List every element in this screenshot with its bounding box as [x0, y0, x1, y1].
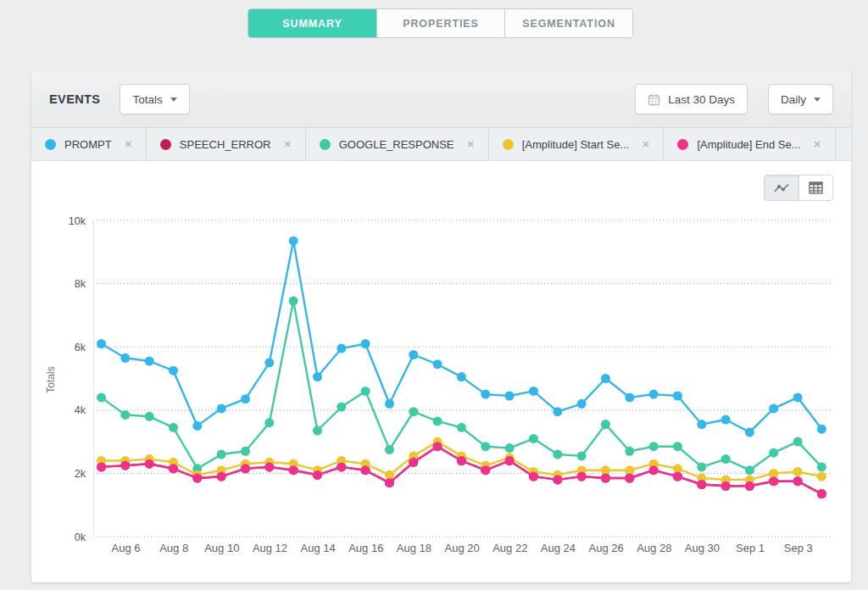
line-view-button[interactable] [765, 175, 798, 200]
tab-summary[interactable]: SUMMARY [248, 9, 376, 37]
data-point-[Amplitude] End Session[interactable] [241, 464, 250, 473]
data-point-GOOGLE_RESPONSE[interactable] [697, 462, 706, 471]
data-point-[Amplitude] End Session[interactable] [745, 481, 754, 491]
data-point-[Amplitude] End Session[interactable] [529, 472, 538, 481]
data-point-PROMPT[interactable] [241, 394, 250, 404]
date-range-button[interactable]: Last 30 Days [635, 84, 748, 114]
table-view-button[interactable] [798, 175, 832, 200]
data-point-PROMPT[interactable] [673, 392, 682, 401]
data-point-[Amplitude] End Session[interactable] [385, 478, 394, 487]
data-point-[Amplitude] End Session[interactable] [289, 465, 298, 475]
data-point-PROMPT[interactable] [217, 404, 226, 413]
data-point-GOOGLE_RESPONSE[interactable] [264, 418, 274, 427]
data-point-PROMPT[interactable] [433, 359, 442, 369]
remove-event-icon[interactable]: ✕ [814, 140, 821, 149]
data-point-[Amplitude] End Session[interactable] [457, 456, 466, 465]
data-point-GOOGLE_RESPONSE[interactable] [793, 437, 803, 447]
data-point-GOOGLE_RESPONSE[interactable] [721, 454, 731, 464]
data-point-GOOGLE_RESPONSE[interactable] [217, 450, 226, 459]
interval-dropdown[interactable]: Daily [768, 84, 833, 114]
data-point-[Amplitude] End Session[interactable] [361, 465, 370, 475]
data-point-GOOGLE_RESPONSE[interactable] [745, 465, 754, 475]
data-point-GOOGLE_RESPONSE[interactable] [505, 443, 515, 453]
data-point-[Amplitude] End Session[interactable] [313, 470, 322, 480]
data-point-GOOGLE_RESPONSE[interactable] [577, 451, 587, 460]
data-point-PROMPT[interactable] [625, 392, 634, 402]
data-point-PROMPT[interactable] [313, 372, 322, 381]
data-point-GOOGLE_RESPONSE[interactable] [553, 450, 562, 459]
data-point-[Amplitude] End Session[interactable] [264, 462, 274, 471]
data-point-GOOGLE_RESPONSE[interactable] [817, 462, 826, 471]
data-point-GOOGLE_RESPONSE[interactable] [481, 442, 490, 451]
data-point-[Amplitude] End Session[interactable] [97, 462, 106, 471]
data-point-[Amplitude] End Session[interactable] [169, 464, 178, 473]
data-point-GOOGLE_RESPONSE[interactable] [433, 416, 442, 426]
data-point-[Amplitude] End Session[interactable] [721, 481, 731, 491]
data-point-PROMPT[interactable] [169, 366, 178, 376]
data-point-PROMPT[interactable] [505, 392, 515, 401]
data-point-PROMPT[interactable] [697, 420, 706, 429]
data-point-PROMPT[interactable] [145, 357, 154, 366]
data-point-[Amplitude] End Session[interactable] [217, 472, 226, 481]
data-point-PROMPT[interactable] [649, 390, 659, 399]
data-point-PROMPT[interactable] [577, 399, 587, 409]
data-point-PROMPT[interactable] [601, 374, 610, 383]
data-point-GOOGLE_RESPONSE[interactable] [120, 410, 130, 420]
data-point-PROMPT[interactable] [793, 392, 803, 402]
event-chip-start-session[interactable]: [Amplitude] Start Se... ✕ [489, 128, 665, 160]
data-point-[Amplitude] Start Session[interactable] [817, 472, 826, 481]
data-point-GOOGLE_RESPONSE[interactable] [169, 423, 178, 432]
data-point-PROMPT[interactable] [769, 404, 778, 413]
data-point-GOOGLE_RESPONSE[interactable] [649, 442, 659, 451]
data-point-[Amplitude] End Session[interactable] [120, 461, 130, 470]
data-point-GOOGLE_RESPONSE[interactable] [337, 403, 346, 412]
data-point-PROMPT[interactable] [337, 344, 346, 353]
remove-event-icon[interactable]: ✕ [125, 140, 132, 149]
data-point-PROMPT[interactable] [721, 415, 731, 425]
data-point-PROMPT[interactable] [289, 237, 298, 246]
data-point-[Amplitude] End Session[interactable] [337, 462, 346, 471]
data-point-GOOGLE_RESPONSE[interactable] [145, 412, 154, 421]
data-point-[Amplitude] End Session[interactable] [192, 474, 202, 483]
data-point-[Amplitude] End Session[interactable] [649, 465, 659, 475]
data-point-GOOGLE_RESPONSE[interactable] [241, 447, 250, 456]
totals-dropdown[interactable]: Totals [120, 84, 189, 114]
data-point-PROMPT[interactable] [120, 353, 130, 363]
data-point-PROMPT[interactable] [553, 407, 562, 416]
data-point-GOOGLE_RESPONSE[interactable] [529, 434, 538, 443]
data-point-GOOGLE_RESPONSE[interactable] [289, 297, 298, 306]
data-point-GOOGLE_RESPONSE[interactable] [313, 426, 322, 436]
data-point-GOOGLE_RESPONSE[interactable] [409, 407, 418, 416]
data-point-PROMPT[interactable] [457, 372, 466, 381]
data-point-PROMPT[interactable] [385, 399, 394, 409]
data-point-PROMPT[interactable] [409, 350, 418, 359]
data-point-[Amplitude] End Session[interactable] [481, 465, 490, 475]
data-point-[Amplitude] End Session[interactable] [769, 476, 778, 486]
data-point-PROMPT[interactable] [361, 339, 370, 348]
data-point-[Amplitude] End Session[interactable] [577, 472, 587, 481]
data-point-[Amplitude] Start Session[interactable] [793, 467, 803, 476]
data-point-GOOGLE_RESPONSE[interactable] [457, 423, 466, 432]
event-chip-prompt[interactable]: PROMPT ✕ [31, 128, 147, 160]
data-point-GOOGLE_RESPONSE[interactable] [97, 392, 106, 402]
remove-event-icon[interactable]: ✕ [283, 140, 291, 149]
data-point-GOOGLE_RESPONSE[interactable] [673, 442, 682, 451]
event-chip-speech-error[interactable]: SPEECH_ERROR ✕ [147, 128, 306, 160]
remove-event-icon[interactable]: ✕ [642, 140, 649, 149]
data-point-PROMPT[interactable] [264, 358, 274, 367]
data-point-[Amplitude] End Session[interactable] [553, 475, 562, 484]
data-point-[Amplitude] End Session[interactable] [433, 442, 442, 451]
data-point-[Amplitude] End Session[interactable] [625, 474, 634, 483]
data-point-PROMPT[interactable] [817, 425, 826, 434]
data-point-GOOGLE_RESPONSE[interactable] [601, 420, 610, 429]
data-point-GOOGLE_RESPONSE[interactable] [385, 445, 394, 454]
data-point-[Amplitude] End Session[interactable] [145, 459, 154, 469]
data-point-PROMPT[interactable] [97, 339, 106, 348]
event-chip-google-response[interactable]: GOOGLE_RESPONSE ✕ [306, 128, 489, 160]
tab-properties[interactable]: PROPERTIES [376, 9, 504, 37]
data-point-PROMPT[interactable] [192, 421, 202, 431]
remove-event-icon[interactable]: ✕ [467, 140, 475, 149]
data-point-PROMPT[interactable] [529, 387, 538, 396]
event-chip-end-session[interactable]: [Amplitude] End Se... ✕ [664, 128, 835, 160]
data-point-[Amplitude] End Session[interactable] [673, 472, 682, 481]
